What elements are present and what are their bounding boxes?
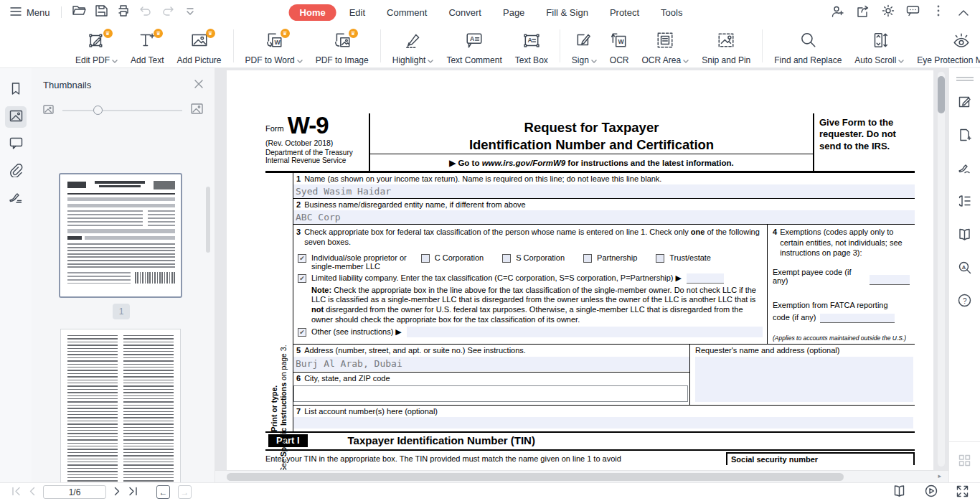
rail-drag-handle-icon[interactable] — [956, 77, 974, 81]
thumbnails-panel-button[interactable] — [5, 106, 27, 128]
previous-page-button[interactable] — [29, 486, 35, 499]
organize-pages-button[interactable] — [954, 192, 976, 213]
sign-button[interactable]: Sign — [565, 27, 603, 65]
checkbox-s-corporation[interactable] — [502, 254, 511, 263]
help-button[interactable]: ? — [954, 291, 976, 312]
divider — [61, 6, 62, 18]
add-text-button[interactable]: ♛ Add Text — [124, 27, 170, 65]
checkbox-partnership[interactable] — [583, 254, 592, 263]
pdf-to-image-button[interactable]: ♛ PDF to Image — [309, 27, 375, 65]
menu-button[interactable]: Menu — [7, 5, 53, 20]
svg-text:?: ? — [963, 296, 967, 304]
fatca-code-field[interactable] — [820, 314, 895, 323]
checkbox-individual[interactable]: ✔ — [298, 254, 306, 263]
name-field[interactable]: Syed Wasim Haidar — [293, 184, 915, 198]
panel-scrollbar-thumb[interactable] — [206, 187, 210, 253]
large-image-icon[interactable] — [191, 103, 203, 117]
save-button[interactable] — [92, 3, 111, 22]
signatures-panel-button[interactable] — [5, 188, 27, 210]
edit-tool-button[interactable] — [954, 93, 976, 114]
eye-protection-mode-button[interactable]: Eye Protection Mode — [910, 27, 980, 65]
print-button[interactable] — [114, 3, 133, 22]
chevron-down-icon — [297, 55, 303, 65]
ocr-button[interactable]: W OCR — [603, 27, 636, 65]
undo-button[interactable] — [136, 3, 156, 22]
next-view-button[interactable]: → — [178, 485, 192, 499]
checkbox-s-corp-label: S Corporation — [516, 253, 565, 262]
document-viewport[interactable]: Form W-9 (Rev. October 2018) Department … — [215, 68, 948, 482]
snip-and-pin-button[interactable]: Snip and Pin — [695, 27, 757, 65]
requester-field[interactable] — [695, 357, 913, 401]
settings-button[interactable] — [878, 3, 897, 22]
slider-track[interactable] — [62, 110, 182, 111]
thumbnail-preview — [123, 335, 174, 482]
bookmarks-panel-button[interactable] — [5, 79, 27, 100]
llc-classification-field[interactable] — [687, 273, 724, 284]
next-page-button[interactable] — [114, 486, 121, 499]
horizontal-scrollbar-thumb[interactable] — [227, 473, 844, 481]
checkbox-trust-estate[interactable] — [656, 254, 664, 263]
address-field[interactable]: Burj Al Arab, Dubai — [293, 357, 689, 371]
reader-book-button[interactable] — [954, 225, 976, 246]
page-thumbnail-2[interactable] — [60, 329, 181, 482]
text-comment-button[interactable]: A Text Comment — [440, 27, 508, 65]
comments-panel-button[interactable] — [5, 134, 27, 155]
read-mode-button[interactable] — [892, 485, 906, 500]
divider — [560, 29, 560, 62]
apps-grid-button[interactable] — [954, 451, 976, 472]
checkbox-other[interactable]: ✔ — [298, 328, 306, 337]
edit-pdf-button[interactable]: ♛ Edit PDF — [69, 27, 124, 65]
presentation-mode-button[interactable] — [925, 484, 938, 500]
highlight-button[interactable]: Highlight — [386, 27, 440, 65]
scroll-right-arrow-icon[interactable]: ▸ — [938, 472, 941, 479]
checkbox-c-corp-label: C Corporation — [435, 253, 484, 262]
page-number-input[interactable]: 1/6 — [43, 485, 106, 499]
checkbox-c-corporation[interactable] — [421, 254, 430, 263]
tab-page[interactable]: Page — [494, 4, 533, 21]
find-and-replace-button[interactable]: Find and Replace — [768, 27, 848, 65]
previous-view-button[interactable]: ← — [156, 485, 170, 499]
tab-convert[interactable]: Convert — [440, 4, 490, 21]
tab-protect[interactable]: Protect — [601, 4, 648, 21]
other-instructions-field[interactable] — [407, 327, 763, 337]
feedback-button[interactable] — [903, 3, 923, 22]
divider — [762, 29, 763, 62]
fullscreen-button[interactable] — [956, 485, 969, 500]
city-state-zip-field[interactable] — [293, 385, 688, 402]
first-page-button[interactable] — [11, 486, 21, 499]
checkbox-llc[interactable]: ✔ — [298, 274, 306, 283]
open-file-button[interactable] — [70, 3, 89, 22]
last-page-button[interactable] — [128, 486, 138, 499]
share-button[interactable] — [853, 3, 872, 22]
vertical-scrollbar[interactable] — [938, 72, 945, 467]
quick-tools-dropdown[interactable] — [181, 3, 200, 22]
tab-tools[interactable]: Tools — [652, 4, 691, 21]
sign-tool-button[interactable] — [954, 159, 976, 180]
attachments-panel-button[interactable] — [5, 161, 27, 182]
signature-icon — [9, 191, 23, 207]
close-icon[interactable] — [194, 80, 203, 90]
add-picture-button[interactable]: ♛ Add Picture — [171, 27, 228, 65]
tab-fill-sign[interactable]: Fill & Sign — [537, 4, 597, 21]
horizontal-scrollbar[interactable]: ▸ — [215, 470, 948, 482]
tab-edit[interactable]: Edit — [341, 4, 374, 21]
auto-scroll-button[interactable]: Auto Scroll — [848, 27, 910, 65]
small-image-icon[interactable] — [43, 104, 54, 117]
more-options-button[interactable] — [928, 3, 948, 22]
redo-button[interactable] — [159, 3, 178, 22]
tab-comment[interactable]: Comment — [378, 4, 435, 21]
exempt-payee-field[interactable] — [870, 275, 910, 285]
slider-knob[interactable] — [93, 106, 103, 115]
account-numbers-field[interactable] — [293, 417, 913, 429]
business-name-field[interactable]: ABC Corp — [293, 210, 915, 224]
share-user-button[interactable] — [828, 3, 847, 22]
text-box-button[interactable]: A Text Box — [509, 27, 555, 65]
tab-home[interactable]: Home — [289, 4, 336, 21]
search-text-button[interactable]: A — [954, 258, 976, 279]
vertical-scrollbar-thumb[interactable] — [938, 76, 945, 113]
collapse-toolbar-button[interactable] — [953, 3, 973, 22]
pdf-to-word-button[interactable]: W ♛ PDF to Word — [239, 27, 309, 65]
page-thumbnail-1[interactable] — [59, 173, 182, 298]
ocr-area-button[interactable]: OCR Area — [636, 27, 696, 65]
new-page-tool-button[interactable] — [954, 126, 976, 147]
